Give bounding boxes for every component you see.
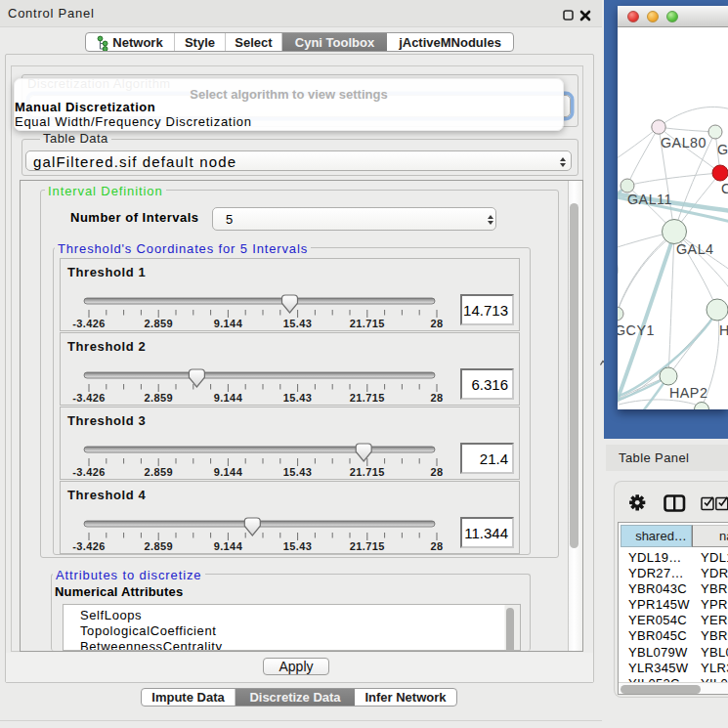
svg-text:H: H <box>719 322 728 338</box>
svg-text:GAL11: GAL11 <box>627 192 672 207</box>
svg-text:HAP2: HAP2 <box>669 385 707 401</box>
svg-text:GAL4: GAL4 <box>676 241 714 257</box>
svg-text:CR: CR <box>721 181 728 196</box>
svg-text:GAL80: GAL80 <box>661 135 707 150</box>
svg-text:GCY1: GCY1 <box>618 322 655 338</box>
svg-text:GA: GA <box>717 142 728 157</box>
